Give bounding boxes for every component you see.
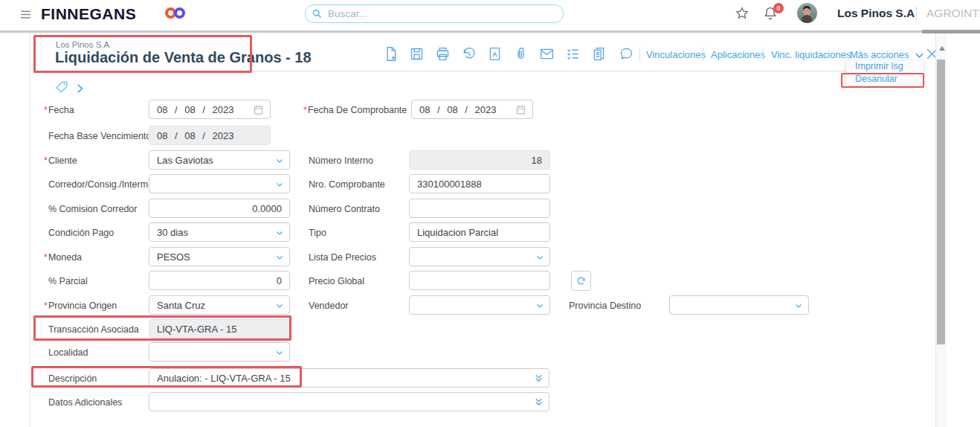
global-search <box>305 4 564 23</box>
transaccion-asociada-input: LIQ-VTA-GRA - 15 <box>149 319 290 338</box>
numero-interno-value: 18 <box>532 155 542 166</box>
checklist-icon[interactable] <box>565 46 581 62</box>
precio-global-label: Precio Global <box>309 276 364 286</box>
moneda-value: PESOS <box>157 251 190 263</box>
scrollbar-up-arrow[interactable] <box>939 46 945 51</box>
moneda-label: *Moneda <box>44 252 82 263</box>
chevron-down-icon <box>915 53 923 59</box>
search-input[interactable] <box>305 4 564 23</box>
attachment-icon[interactable] <box>513 46 529 62</box>
search-icon <box>312 8 323 19</box>
chevron-down-icon <box>794 301 803 310</box>
chevron-down-icon <box>275 301 284 310</box>
org-name[interactable]: AGROINTE <box>926 7 980 20</box>
cliente-label-text: Cliente <box>48 155 77 166</box>
parcial-value: 0 <box>277 275 282 286</box>
descripcion-combo[interactable]: Anulacion: - LIQ-VTA-GRA - 15 <box>149 368 549 388</box>
corredor-select[interactable] <box>149 174 290 193</box>
history-icon[interactable] <box>461 46 477 62</box>
datos-adicionales-combo[interactable] <box>149 392 549 411</box>
menu-item-imprimir-lsg[interactable]: Imprimir lsg <box>846 60 923 73</box>
content-top-border <box>0 30 980 33</box>
chevron-down-icon <box>275 228 284 237</box>
aplicaciones-link[interactable]: Aplicaciones <box>711 49 765 60</box>
numero-interno-label: Número Interno <box>309 155 373 166</box>
tags-row <box>55 80 84 97</box>
localidad-label: Localidad <box>48 347 88 358</box>
mail-icon[interactable] <box>539 46 555 62</box>
expand-chevron-icon[interactable] <box>76 83 84 94</box>
app-screen: FINNEGANS 0 Los Pinos S.A AGROINTE Los P… <box>0 0 980 427</box>
favorite-star-icon[interactable] <box>735 6 749 21</box>
fecha-base-label: Fecha Base Vencimiento <box>48 131 151 141</box>
fecha-comprobante-input[interactable]: 08 / 08 / 2023 <box>411 100 533 119</box>
lista-precios-label: Lista De Precios <box>309 252 376 263</box>
double-chevron-down-icon[interactable] <box>534 373 544 384</box>
window-edge-strip <box>922 30 980 33</box>
comment-icon[interactable] <box>619 46 634 62</box>
fecha-label-text: Fecha <box>48 105 74 115</box>
required-marker: * <box>44 155 48 166</box>
vinculaciones-link[interactable]: Vinculaciones <box>646 49 706 60</box>
descripcion-label: Descripción <box>48 373 97 384</box>
required-marker: * <box>44 301 48 311</box>
chevron-down-icon <box>275 156 284 165</box>
numero-interno-input: 18 <box>409 150 550 170</box>
refresh-icon <box>576 275 587 286</box>
tipo-input[interactable]: Liquidacion Parcial <box>409 222 550 242</box>
toolbar-divider <box>639 48 640 61</box>
vendedor-select[interactable] <box>409 295 550 315</box>
print-icon[interactable] <box>435 46 451 62</box>
menu-item-desanular[interactable]: Desanular <box>846 73 923 86</box>
moneda-select[interactable]: PESOS <box>149 247 290 266</box>
user-avatar[interactable] <box>797 3 817 23</box>
localidad-select[interactable] <box>149 342 290 362</box>
precio-global-input[interactable] <box>409 271 550 290</box>
provincia-origen-value: Santa Cruz <box>157 300 205 311</box>
finnegans-logo[interactable]: FINNEGANS <box>41 5 136 23</box>
active-company-name[interactable]: Los Pinos S.A <box>837 7 915 20</box>
fecha-label: *Fecha <box>44 105 74 115</box>
tag-icon[interactable] <box>55 80 68 94</box>
refresh-button[interactable] <box>571 271 591 291</box>
save-icon[interactable] <box>409 46 425 62</box>
provincia-origen-label-text: Provincia Origen <box>48 301 117 311</box>
fecha-base-value: 08 / 08 / 2023 <box>157 130 234 141</box>
tipo-label: Tipo <box>309 228 326 238</box>
condicion-pago-select[interactable]: 30 dias <box>149 222 290 242</box>
new-document-icon[interactable] <box>383 46 399 62</box>
cliente-label: *Cliente <box>44 155 77 166</box>
provincia-destino-select[interactable] <box>669 295 809 315</box>
fecha-comprobante-label: *Fecha De Comprobante <box>303 105 407 115</box>
tipo-value: Liquidacion Parcial <box>417 227 498 238</box>
calendar-icon[interactable] <box>515 104 526 115</box>
fecha-base-input: 08 / 08 / 2023 <box>149 126 271 145</box>
page-title: Liquidación de Venta de Granos - 18 <box>55 49 312 66</box>
datos-adicionales-label: Datos Adicionales <box>48 397 122 408</box>
nro-comprobante-input[interactable]: 330100001888 <box>409 174 550 193</box>
fecha-value: 08 / 08 / 2023 <box>157 104 234 115</box>
export-document-icon[interactable]: A <box>487 46 503 62</box>
double-chevron-down-icon[interactable] <box>534 396 544 408</box>
parcial-label: % Parcial <box>48 276 88 286</box>
required-marker: * <box>44 252 48 263</box>
report-icon[interactable] <box>591 46 607 62</box>
lista-precios-select[interactable] <box>409 247 550 266</box>
transaccion-asociada-label: Transacción Asociada <box>48 324 139 335</box>
calendar-icon[interactable] <box>253 104 264 115</box>
mas-acciones-dropdown[interactable]: Más acciones <box>850 49 923 60</box>
comision-corredor-input[interactable]: 0.0000 <box>149 199 290 218</box>
numero-contrato-input[interactable] <box>409 199 550 218</box>
scrollbar-thumb[interactable] <box>937 60 945 344</box>
fecha-input[interactable]: 08 / 08 / 2023 <box>149 100 271 119</box>
mas-acciones-label: Más acciones <box>850 49 909 60</box>
vinc-liquidaciones-link[interactable]: Vinc. liquidaciones <box>771 49 851 60</box>
numero-contrato-label: Número Contrato <box>309 204 380 214</box>
provincia-origen-select[interactable]: Santa Cruz <box>149 295 290 315</box>
hamburger-menu-icon[interactable] <box>19 8 32 21</box>
fecha-comprobante-label-text: Fecha De Comprobante <box>308 105 407 115</box>
condicion-pago-value: 30 dias <box>157 227 188 238</box>
cliente-select[interactable]: Las Gaviotas <box>149 150 290 170</box>
parcial-input[interactable]: 0 <box>149 271 290 290</box>
top-header: FINNEGANS 0 Los Pinos S.A AGROINTE <box>0 0 980 30</box>
